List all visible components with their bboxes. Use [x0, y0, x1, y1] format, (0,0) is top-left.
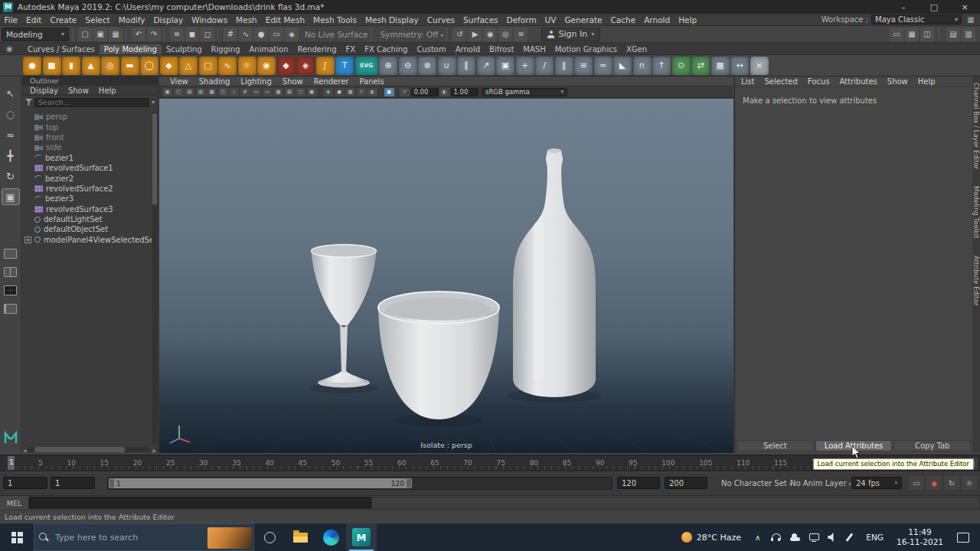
poly-sphere-icon[interactable]: ●: [23, 57, 41, 75]
poly-soccer-ball-icon[interactable]: ◉: [257, 57, 276, 75]
menu-item[interactable]: Curves: [423, 15, 459, 24]
save-scene-icon[interactable]: ▦: [109, 28, 122, 41]
bevel-icon[interactable]: ◣: [613, 57, 632, 75]
menu-item[interactable]: Create: [46, 15, 81, 24]
search-highlight-image[interactable]: [207, 527, 252, 549]
safe-action-icon[interactable]: ▢: [296, 88, 305, 96]
shelf-tab[interactable]: Rigging: [207, 44, 245, 54]
outliner-item[interactable]: revolvedSurface3: [33, 204, 152, 214]
poly-plane-icon[interactable]: ▬: [121, 57, 139, 75]
resolution-gate-icon[interactable]: ▭: [263, 88, 273, 96]
outliner-item[interactable]: revolvedSurface2: [33, 184, 152, 194]
menu-item[interactable]: Display: [149, 15, 188, 24]
outliner-item[interactable]: bezier2: [33, 173, 152, 183]
playback-end-field[interactable]: [617, 477, 660, 489]
outliner-menu-item[interactable]: Display: [30, 86, 58, 95]
combine-icon[interactable]: ∪: [438, 57, 456, 75]
anim-start-field[interactable]: [51, 477, 95, 489]
merge-vertices-icon[interactable]: ⊙: [672, 57, 691, 75]
action-center-icon[interactable]: [957, 533, 969, 543]
redo-icon[interactable]: ↷: [147, 28, 161, 41]
select-object-icon[interactable]: ◼: [185, 28, 199, 41]
menu-item[interactable]: File: [0, 15, 22, 24]
shadows-icon[interactable]: ◐: [368, 88, 377, 96]
type-tool-icon[interactable]: T: [335, 57, 354, 75]
shelf-menu-icon[interactable]: ◉: [6, 44, 13, 53]
outliner-item[interactable]: + modelPanel4ViewSelectedSet: [33, 235, 152, 245]
snap-to-grids-icon[interactable]: #: [224, 28, 237, 41]
outliner-item[interactable]: bezier1: [33, 153, 152, 163]
channel-box-toggle-icon[interactable]: ▥: [962, 28, 975, 41]
edit-edge-flow-icon[interactable]: ≈: [594, 57, 612, 75]
select-camera-icon[interactable]: ▣: [162, 88, 172, 96]
poly-gear-icon[interactable]: ☼: [238, 57, 256, 75]
workspace-settings-icon[interactable]: ▦: [965, 15, 977, 24]
single-pane-layout-icon[interactable]: ▭: [890, 28, 903, 41]
outliner-item[interactable]: front: [33, 132, 152, 142]
attribute-editor-menu-item[interactable]: List: [741, 77, 754, 86]
construction-history-icon[interactable]: ↺: [452, 28, 466, 41]
command-input[interactable]: [29, 497, 371, 509]
taskbar-maya-button[interactable]: M: [346, 523, 377, 551]
outliner-item[interactable]: top: [33, 122, 152, 132]
four-pane-layout-icon[interactable]: ▦: [905, 28, 919, 41]
poly-torus-icon[interactable]: ◎: [101, 57, 119, 75]
playback-range-bar[interactable]: 1 120: [109, 478, 412, 488]
update-view-icon[interactable]: ↻: [944, 476, 959, 490]
character-set-dropdown[interactable]: No Character Set▾: [721, 479, 792, 487]
current-time-marker[interactable]: 1: [8, 456, 15, 470]
shelf-tab[interactable]: FX: [341, 44, 361, 54]
viewport-menu-item[interactable]: Panels: [359, 77, 384, 86]
shelf-tab[interactable]: Motion Graphics: [550, 44, 622, 54]
colorspace-dropdown[interactable]: sRGB gamma ▾: [482, 88, 567, 96]
shelf-tab[interactable]: Curves / Surfaces: [23, 44, 100, 54]
undo-icon[interactable]: ↶: [132, 28, 145, 41]
shelf-tab[interactable]: Sculpting: [162, 44, 207, 54]
2d-pan-zoom-icon[interactable]: ◫: [218, 88, 228, 96]
layout-side-pane[interactable]: [4, 304, 17, 314]
film-gate-icon[interactable]: ▭: [251, 88, 261, 96]
network-tray-icon[interactable]: [808, 532, 820, 543]
range-slider-track[interactable]: 1 120: [107, 477, 612, 490]
extract-icon[interactable]: ↗: [477, 57, 495, 75]
sidebar-vertical-tab[interactable]: Modeling Toolkit: [972, 186, 980, 239]
exposure-icon[interactable]: ☼: [400, 88, 410, 96]
menu-item[interactable]: Deform: [502, 15, 541, 24]
viewport-menu-item[interactable]: Renderer: [314, 77, 349, 86]
weather-widget[interactable]: 28°C Haze: [674, 523, 749, 551]
playback-start-field[interactable]: [3, 477, 47, 489]
start-button[interactable]: [0, 523, 34, 551]
super-toroid-icon[interactable]: ◈: [296, 57, 315, 75]
make-live-icon[interactable]: ◈: [285, 28, 299, 41]
headset-tray-icon[interactable]: [770, 532, 782, 543]
outliner-item[interactable]: persp: [33, 112, 152, 122]
outliner-item[interactable]: revolvedSurface1: [33, 163, 152, 173]
menu-item[interactable]: Edit Mesh: [261, 15, 309, 24]
camera-attributes-icon[interactable]: ▤: [185, 88, 194, 96]
outliner-item[interactable]: defaultObjectSet: [33, 224, 152, 234]
close-button[interactable]: ×: [949, 0, 980, 14]
shelf-tab[interactable]: Custom: [412, 44, 450, 54]
shaded-icon[interactable]: ●: [335, 88, 345, 96]
auto-keyframe-icon[interactable]: ◆: [926, 476, 942, 490]
chevron-down-icon[interactable]: ▾: [152, 99, 155, 106]
taskbar-cortana-button[interactable]: [254, 523, 285, 551]
minimize-button[interactable]: –: [888, 0, 919, 14]
no-live-surface-label[interactable]: No Live Surface: [305, 30, 368, 39]
shelf-tab[interactable]: Arnold: [451, 44, 485, 54]
target-weld-icon[interactable]: ⇄: [691, 57, 710, 75]
lock-camera-icon[interactable]: ▢: [174, 88, 184, 96]
select-button[interactable]: Select: [737, 440, 814, 452]
command-language-toggle[interactable]: MEL: [0, 497, 29, 509]
shelf-tab[interactable]: Poly Modeling: [100, 44, 162, 54]
viewport-menu-item[interactable]: Show: [283, 77, 303, 86]
open-render-view-icon[interactable]: ▶: [468, 28, 482, 41]
wireframe-icon[interactable]: ◈: [323, 88, 333, 96]
menu-item[interactable]: Generate: [560, 15, 606, 24]
menu-item[interactable]: Edit: [22, 15, 46, 24]
workspace-dropdown[interactable]: Maya Classic ▾: [871, 15, 962, 24]
outliner-search-input[interactable]: [34, 98, 149, 107]
isolate-select-icon[interactable]: ▣: [384, 88, 394, 96]
shelf-tab[interactable]: FX Caching: [360, 44, 412, 54]
insert-edge-loop-icon[interactable]: ‖: [555, 57, 573, 75]
